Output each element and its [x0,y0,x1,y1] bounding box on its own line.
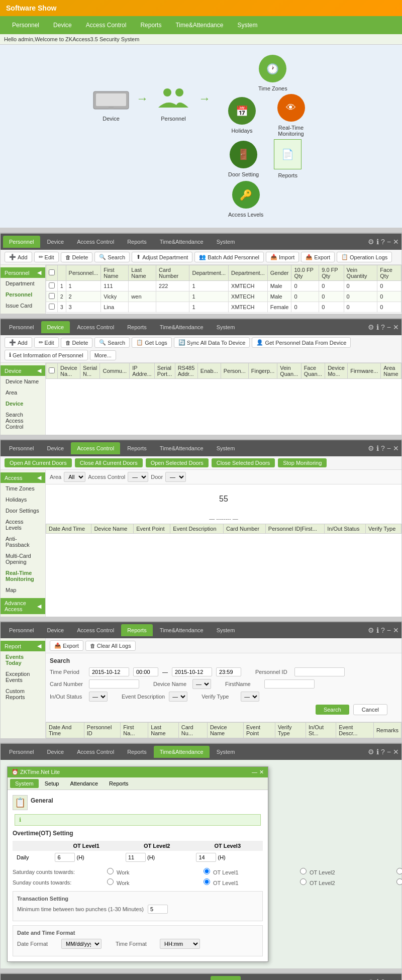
col-datetime-ac[interactable]: Date And Time [46,524,91,534]
tab-reports-p[interactable]: Reports [121,236,153,248]
tab-personnel-p[interactable]: Personnel [3,236,40,248]
tab-device-p[interactable]: Device [41,236,70,248]
col-fp10[interactable]: 10.0 FP Qty [291,265,319,281]
cancel-btn-r[interactable]: Cancel [353,704,387,715]
get-personnel-btn[interactable]: 👤 Get Personnel Data From Device [252,337,351,348]
col-fp9[interactable]: 9.0 FP Qty [319,265,344,281]
tab-system-d[interactable]: System [211,321,241,333]
ot3-daily-input[interactable] [196,853,216,862]
export-btn-r[interactable]: 📤 Export [50,640,83,651]
col-personnelid-r[interactable]: Personnel ID [84,723,120,738]
tab-personnel-ac[interactable]: Personnel [3,442,40,454]
tab-ac-ta[interactable]: Access Control [71,746,120,758]
close-icon-ac[interactable]: ✕ [393,444,399,452]
minus-icon-r[interactable]: − [387,626,391,634]
col-eventpoint[interactable]: Event Point [134,524,170,534]
sat-ot1-radio[interactable] [204,868,210,874]
sidebar-item-exception[interactable]: Exception Events [1,668,45,685]
help-icon-p[interactable]: ? [381,238,385,246]
sidebar-item-issue-card[interactable]: Issue Card [1,300,45,311]
sun-ot3-radio[interactable] [396,878,402,885]
col-gender[interactable]: Gender [267,265,291,281]
tab-ac-sys[interactable]: Access Control [71,976,120,980]
select-all-cb-d[interactable] [49,367,55,373]
sidebar-item-device[interactable]: Device [1,398,45,409]
row-cb-p-1[interactable] [49,293,55,299]
add-btn-d[interactable]: ➕ Add [5,337,32,348]
tab-system-r[interactable]: System [211,624,241,636]
ot2-daily-input[interactable] [126,853,146,862]
tab-ac-ac[interactable]: Access Control [71,442,120,454]
expand-icon-adv[interactable]: ◀ [37,603,41,610]
help-icon-ac[interactable]: ? [381,444,385,452]
open-selected-btn[interactable]: Open Selected Doors [146,458,209,467]
tab-personnel-r[interactable]: Personnel [3,624,40,636]
tab-ta-d[interactable]: Time&Attendance [154,321,210,333]
close-icon-p[interactable]: ✕ [393,238,399,246]
nav-system[interactable]: System [230,18,264,33]
col-eventpoint-r[interactable]: Event Point [243,723,275,738]
import-btn-p[interactable]: 📥 Import [266,252,299,262]
col-inout-r[interactable]: In/Out St... [306,723,336,738]
inout-select[interactable]: — [89,692,108,702]
sidebar-item-personnel[interactable]: Personnel [1,289,45,300]
area-select[interactable]: All [64,472,85,482]
col-lastname[interactable]: Last Name [129,265,156,281]
clear-logs-btn[interactable]: 🗑 Clear All Logs [85,641,136,651]
help-icon-r[interactable]: ? [381,626,385,634]
batch-add-btn[interactable]: 👥 Batch Add Personnel [194,252,264,262]
nav-reports[interactable]: Reports [133,18,168,33]
date-format-select[interactable]: MM/dd/yyyy [61,939,102,949]
info-icon-sys[interactable]: ℹ [376,978,379,980]
col-eventdesc-r[interactable]: Event Descr... [336,723,374,738]
col-devmo[interactable]: Device Mo... [325,363,348,379]
tab-reports-ta[interactable]: Reports [121,746,153,758]
min-time-input[interactable] [148,905,168,914]
sun-ot2-radio[interactable] [300,878,307,885]
expand-icon[interactable]: ◀ [37,269,41,276]
col-face[interactable]: Face Qty [377,265,401,281]
settings-icon-d[interactable]: ⚙ [368,323,374,331]
col-devname-r[interactable]: Device Name [207,723,243,738]
col-devname[interactable]: Device Na... [58,363,80,379]
firstname-input[interactable] [264,679,315,689]
sidebar-item-timezones[interactable]: Time Zones [1,483,45,494]
minus-icon-ta[interactable]: − [387,748,391,756]
sync-all-btn[interactable]: 🔄 Sync All Data To Device [174,337,250,348]
time-from-input[interactable] [133,667,158,676]
adjust-dept-btn[interactable]: ⬆ Adjust Department [132,252,192,262]
sidebar-item-access-levels[interactable]: Access Levels [1,516,45,533]
sidebar-item-realtime[interactable]: Real-Time Monitoring [1,567,45,584]
delete-btn-p[interactable]: 🗑 Delete [61,252,93,262]
tab-ta-ac[interactable]: Time&Attendance [154,442,210,454]
tab-device-r[interactable]: Device [41,624,70,636]
col-rs485[interactable]: RS485 Addr... [175,363,197,379]
col-cardnum-r[interactable]: Card Nu... [178,723,207,738]
col-faceq[interactable]: Face Quan... [301,363,325,379]
close-selected-btn[interactable]: Close Selected Doors [212,458,275,467]
tab-device-ta[interactable]: Device [41,746,70,758]
col-person[interactable]: Person... [221,363,248,379]
ta-close-btn[interactable]: ✕ [259,769,264,775]
info-icon-ta[interactable]: ℹ [376,748,379,756]
col-firstname[interactable]: First Name [101,265,129,281]
close-icon-ta[interactable]: ✕ [393,748,399,756]
col-fingerp[interactable]: Fingerp... [248,363,277,379]
select-all-cb-p[interactable] [49,269,55,275]
time-format-select[interactable]: HH:mm [160,939,200,949]
tab-ac-r[interactable]: Access Control [71,624,120,636]
col-remarks-r[interactable]: Remarks [373,723,401,738]
tab-personnel-sys[interactable]: Personnel [3,976,40,980]
ac-filter-select[interactable]: — [128,472,148,482]
search-btn-p[interactable]: 🔍 Search [94,252,130,262]
sidebar-item-map[interactable]: Map [1,584,45,596]
expand-icon-ac[interactable]: ◀ [37,474,41,481]
ta-tab-attendance[interactable]: Attendance [65,779,103,788]
nav-time-attendance[interactable]: Time&Attendance [168,18,230,33]
tab-ta-r[interactable]: Time&Attendance [154,624,210,636]
col-veinq[interactable]: Vein Quan... [277,363,301,379]
col-devname-ac[interactable]: Device Name [91,524,134,534]
tab-ac-d[interactable]: Access Control [71,321,120,333]
col-cardnum-ac[interactable]: Card Number [224,524,266,534]
stop-monitor-btn[interactable]: Stop Monitoring [278,458,327,467]
